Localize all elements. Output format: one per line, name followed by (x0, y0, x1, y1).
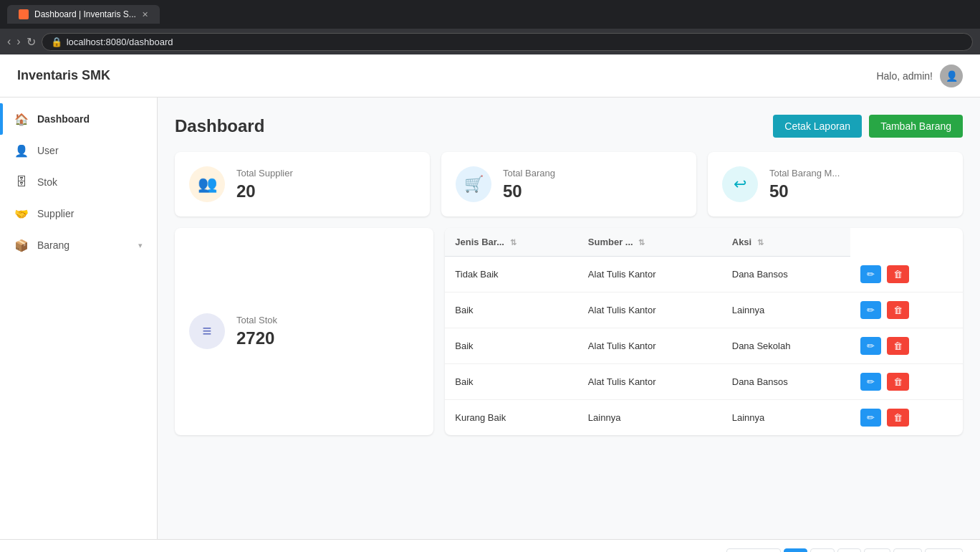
col-header-aksi[interactable]: Aksi ⇅ (722, 228, 851, 257)
page-btn-ellipsis: ... (864, 548, 890, 552)
browser-tab[interactable]: Dashboard | Inventaris S... ✕ (7, 5, 160, 24)
stok-stat-icon: ≡ (189, 313, 225, 349)
cell-sumber-5: Lainnya (722, 399, 851, 435)
delete-button-2[interactable]: 🗑 (887, 301, 909, 319)
header-actions: Cetak Laporan Tambah Barang (773, 115, 963, 138)
cell-sumber-3: Dana Sekolah (722, 328, 851, 363)
cell-jenis-4: Alat Tulis Kantor (578, 363, 722, 399)
cell-kondisi-1: Tidak Baik (445, 257, 578, 292)
pagination-bar: Showing 1 to 5 of 50 results Previous 1 … (0, 539, 980, 552)
sidebar-label-supplier: Supplier (37, 208, 74, 219)
app-header: Inventaris SMK Halo, admin! 👤 (0, 54, 980, 97)
sidebar-label-dashboard: Dashboard (37, 113, 90, 125)
cell-aksi-2: ✏ 🗑 (850, 292, 963, 328)
cell-sumber-4: Dana Bansos (722, 363, 851, 399)
address-bar[interactable]: 🔒 localhost:8080/dashboard (42, 33, 973, 51)
page-btn-2[interactable]: 2 (810, 548, 834, 552)
prev-button[interactable]: Previous (726, 548, 782, 552)
supplier-stat-label: Total Supplier (236, 168, 293, 179)
page-btn-1[interactable]: 1 (784, 548, 807, 552)
table-row: Baik Alat Tulis Kantor Dana Bansos ✏ 🗑 (445, 363, 963, 399)
sidebar-item-supplier[interactable]: 🤝 Supplier (0, 198, 157, 229)
cell-aksi-5: ✏ 🗑 (850, 399, 963, 435)
barang-stat-value: 50 (503, 181, 555, 201)
page-title: Dashboard (175, 116, 264, 136)
tambah-barang-button[interactable]: Tambah Barang (869, 115, 963, 138)
table-row: Kurang Baik Lainnya Lainnya ✏ 🗑 (445, 399, 963, 435)
col-header-jenis-barang[interactable]: Jenis Bar... ⇅ (445, 228, 578, 257)
table-row: Baik Alat Tulis Kantor Lainnya ✏ 🗑 (445, 292, 963, 328)
stat-card-barang-m: ↩ Total Barang M... 50 (708, 152, 963, 216)
supplier-stat-icon: 👥 (189, 166, 225, 202)
sidebar-item-barang[interactable]: 📦 Barang ▾ (0, 229, 157, 261)
barang-table: Jenis Bar... ⇅ Sumber ... ⇅ Aksi ⇅ (445, 228, 963, 435)
barang-m-stat-icon: ↩ (722, 166, 758, 202)
nav-reload-btn[interactable]: ↻ (27, 35, 36, 49)
cell-jenis-5: Lainnya (578, 399, 722, 435)
user-avatar: 👤 (940, 65, 963, 87)
supplier-stat-info: Total Supplier 20 (236, 168, 293, 201)
cell-jenis-3: Alat Tulis Kantor (578, 328, 722, 363)
cell-jenis-1: Alat Tulis Kantor (578, 257, 722, 292)
stats-grid: 👥 Total Supplier 20 🛒 Total Barang 50 ↩ (175, 152, 963, 216)
main-content: Dashboard Cetak Laporan Tambah Barang 👥 … (158, 97, 980, 539)
stat-card-stok: ≡ Total Stok 2720 (175, 228, 433, 435)
stok-stat-label: Total Stok (236, 315, 277, 325)
stok-stat-value: 2720 (236, 328, 277, 348)
header-right: Halo, admin! 👤 (876, 65, 963, 87)
sidebar-item-user[interactable]: 👤 User (0, 135, 157, 166)
user-icon: 👤 (14, 143, 29, 158)
cell-aksi-4: ✏ 🗑 (850, 363, 963, 399)
tab-close-btn[interactable]: ✕ (142, 10, 148, 19)
barang-stat-icon: 🛒 (456, 166, 491, 202)
supplier-icon: 🤝 (14, 206, 29, 221)
app-container: Inventaris SMK Halo, admin! 👤 🏠 Dashboar… (0, 54, 980, 552)
lock-icon: 🔒 (51, 37, 62, 47)
cell-kondisi-5: Kurang Baik (445, 399, 578, 435)
barang-m-stat-value: 50 (769, 181, 840, 201)
stat-card-barang: 🛒 Total Barang 50 (441, 152, 696, 216)
delete-button-3[interactable]: 🗑 (887, 337, 909, 355)
dashboard-header: Dashboard Cetak Laporan Tambah Barang (175, 115, 963, 138)
sidebar-label-user: User (37, 145, 59, 156)
sort-icon-aksi: ⇅ (757, 238, 764, 247)
barang-m-stat-label: Total Barang M... (769, 168, 840, 179)
stok-icon: 🗄 (14, 175, 29, 189)
nav-forward-btn[interactable]: › (16, 35, 20, 48)
stat-card-supplier: 👥 Total Supplier 20 (175, 152, 430, 216)
edit-button-3[interactable]: ✏ (860, 337, 881, 355)
cell-sumber-2: Lainnya (722, 292, 851, 328)
edit-button-5[interactable]: ✏ (860, 409, 881, 427)
barang-stat-label: Total Barang (503, 168, 555, 179)
edit-button-1[interactable]: ✏ (860, 265, 881, 283)
page-btn-10[interactable]: 10 (893, 548, 922, 552)
nav-back-btn[interactable]: ‹ (7, 35, 11, 48)
sidebar: 🏠 Dashboard 👤 User 🗄 Stok 🤝 Supplier 📦 B… (0, 97, 158, 539)
delete-button-4[interactable]: 🗑 (887, 373, 909, 391)
barang-stat-info: Total Barang 50 (503, 168, 555, 201)
stats-row2: ≡ Total Stok 2720 Jenis Bar... ⇅ (175, 228, 963, 435)
table-row: Baik Alat Tulis Kantor Dana Sekolah ✏ 🗑 (445, 328, 963, 363)
cell-aksi-1: ✏ 🗑 (850, 257, 963, 292)
chevron-down-icon: ▾ (138, 241, 143, 250)
delete-button-1[interactable]: 🗑 (887, 265, 909, 283)
edit-button-4[interactable]: ✏ (860, 373, 881, 391)
sidebar-item-stok[interactable]: 🗄 Stok (0, 166, 157, 198)
sort-icon-jenis: ⇅ (510, 238, 517, 247)
edit-button-2[interactable]: ✏ (860, 301, 881, 319)
cetak-laporan-button[interactable]: Cetak Laporan (773, 115, 862, 138)
table-header-row: Jenis Bar... ⇅ Sumber ... ⇅ Aksi ⇅ (445, 228, 963, 257)
sidebar-item-dashboard[interactable]: 🏠 Dashboard (0, 103, 157, 135)
col-header-sumber[interactable]: Sumber ... ⇅ (578, 228, 722, 257)
app-body: 🏠 Dashboard 👤 User 🗄 Stok 🤝 Supplier 📦 B… (0, 97, 980, 539)
cell-aksi-3: ✏ 🗑 (850, 328, 963, 363)
page-btn-3[interactable]: 3 (837, 548, 861, 552)
delete-button-5[interactable]: 🗑 (887, 409, 909, 427)
sidebar-label-stok: Stok (37, 176, 57, 188)
cell-kondisi-4: Baik (445, 363, 578, 399)
greeting-text: Halo, admin! (876, 70, 933, 82)
dashboard-icon: 🏠 (14, 112, 29, 126)
browser-chrome: Dashboard | Inventaris S... ✕ (0, 0, 980, 29)
next-button[interactable]: Next (925, 548, 963, 552)
cell-kondisi-3: Baik (445, 328, 578, 363)
